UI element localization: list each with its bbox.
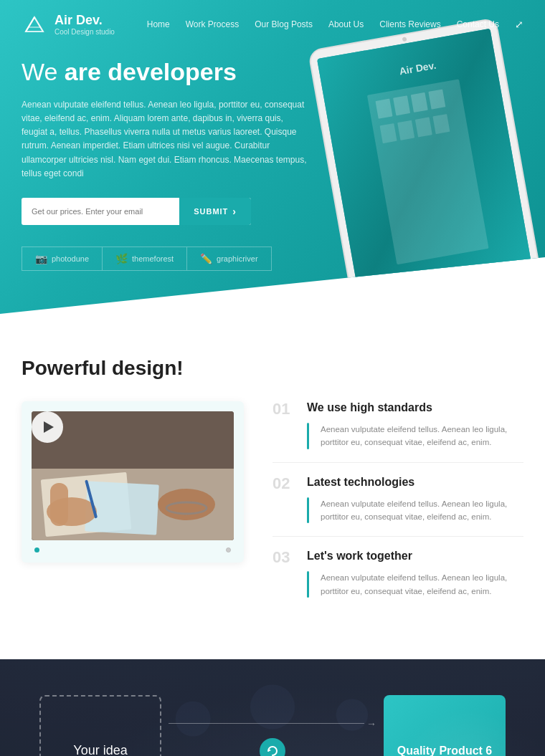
brand-graphicriver-label: graphicriver xyxy=(217,254,257,263)
svg-rect-11 xyxy=(428,90,445,110)
nav-reviews[interactable]: Clients Reviews xyxy=(379,19,440,29)
feature-3-title: Let's work together xyxy=(307,550,412,563)
submit-button[interactable]: SUBMIT xyxy=(179,198,251,225)
process-center-icon[interactable] xyxy=(260,738,285,756)
hero-section: Air Dev. Cool Design studio Home Work Pr… xyxy=(0,0,545,314)
feature-item-3: 03 Let's work together Aenean vulputate … xyxy=(272,550,523,611)
logo-icon xyxy=(22,11,47,37)
brand-themeforest: 🌿 themeforest xyxy=(102,247,186,271)
feature-3-number: 03 xyxy=(272,550,295,565)
brand-photodune: 📷 photodune xyxy=(22,247,102,271)
graphicriver-icon: ✏️ xyxy=(200,253,212,264)
brand-graphicriver: ✏️ graphicriver xyxy=(186,247,271,271)
tablet-svg: Air Dev. xyxy=(300,13,545,314)
share-icon[interactable]: ⤢ xyxy=(515,19,523,30)
feature-1-bar xyxy=(307,423,309,449)
feature-2-number: 02 xyxy=(272,476,295,492)
svg-rect-13 xyxy=(397,120,414,140)
nav-about[interactable]: About Us xyxy=(328,19,364,29)
feature-1-number: 01 xyxy=(272,401,295,417)
logo-subtitle: Cool Design studio xyxy=(54,28,115,36)
svg-rect-8 xyxy=(375,99,392,119)
video-card xyxy=(22,401,244,563)
product-label: Quality Product 6 xyxy=(397,745,492,756)
email-input[interactable] xyxy=(22,199,179,224)
main-nav: Home Work Process Our Blog Posts About U… xyxy=(147,19,523,30)
feature-3-desc: Aenean vulputate eleifend tellus. Aenean… xyxy=(321,571,523,598)
powerful-content: 01 We use high standards Aenean vulputat… xyxy=(22,401,523,623)
arrow-right-line xyxy=(169,723,364,724)
feature-1-title: We use high standards xyxy=(307,401,432,414)
idea-label: Your idea xyxy=(73,743,127,756)
dot-1[interactable] xyxy=(34,547,39,552)
svg-point-17 xyxy=(442,282,455,295)
svg-line-2 xyxy=(34,17,43,32)
refresh-icon xyxy=(267,745,278,756)
photodune-icon: 📷 xyxy=(35,253,47,264)
hero-title-bold: are developers xyxy=(65,58,237,85)
svg-rect-24 xyxy=(50,483,68,526)
process-flow: Your idea → ← xyxy=(39,695,506,756)
nav-work-process[interactable]: Work Process xyxy=(186,19,239,29)
dot-right xyxy=(226,547,231,552)
tablet-image: Air Dev. xyxy=(323,29,545,304)
email-form: SUBMIT xyxy=(22,198,251,225)
nav-contact[interactable]: Contact Us xyxy=(457,19,499,29)
svg-marker-0 xyxy=(26,17,43,32)
feature-1-desc: Aenean vulputate eleifend tellus. Aenean… xyxy=(321,423,523,449)
svg-rect-12 xyxy=(380,123,397,143)
video-thumbnail xyxy=(32,411,234,540)
hero-title-start: We xyxy=(22,58,65,85)
hero-description: Aenean vulputate eleifend tellus. Aenean… xyxy=(22,98,308,181)
logo: Air Dev. Cool Design studio xyxy=(22,11,115,37)
process-section: Your idea → ← xyxy=(0,659,545,756)
svg-line-1 xyxy=(26,17,34,32)
powerful-section: Powerful design! xyxy=(0,314,545,659)
idea-box: Your idea xyxy=(39,695,161,756)
svg-rect-15 xyxy=(432,114,450,134)
logo-name: Air Dev. xyxy=(54,13,115,29)
hero-content: We are developers Aenean vulputate eleif… xyxy=(22,57,308,271)
svg-rect-9 xyxy=(393,95,410,115)
features-list: 01 We use high standards Aenean vulputat… xyxy=(272,401,523,623)
feature-3-bar xyxy=(307,571,309,598)
arrow-right-row: → xyxy=(169,718,376,729)
product-box: Quality Product 6 xyxy=(384,695,506,756)
nav-home[interactable]: Home xyxy=(147,19,170,29)
svg-point-26 xyxy=(158,489,215,520)
nav-blog[interactable]: Our Blog Posts xyxy=(255,19,313,29)
play-button[interactable] xyxy=(32,411,63,443)
site-header: Air Dev. Cool Design studio Home Work Pr… xyxy=(0,0,545,49)
feature-item-2: 02 Latest technologies Aenean vulputate … xyxy=(272,476,523,537)
brand-photodune-label: photodune xyxy=(52,254,89,263)
powerful-title: Powerful design! xyxy=(22,357,523,380)
themeforest-icon: 🌿 xyxy=(115,253,128,264)
arrow-right-icon: → xyxy=(366,718,376,729)
hero-title: We are developers xyxy=(22,57,308,87)
svg-rect-10 xyxy=(411,92,428,113)
video-controls xyxy=(32,540,234,552)
feature-2-title: Latest technologies xyxy=(307,476,414,489)
flow-connector: → ← xyxy=(161,718,384,756)
svg-marker-32 xyxy=(268,749,271,752)
svg-rect-14 xyxy=(415,117,432,137)
feature-2-bar xyxy=(307,497,309,524)
feature-item-1: 01 We use high standards Aenean vulputat… xyxy=(272,401,523,463)
feature-2-desc: Aenean vulputate eleifend tellus. Aenean… xyxy=(321,497,523,524)
brand-list: 📷 photodune 🌿 themeforest ✏️ graphicrive… xyxy=(22,247,308,271)
brand-themeforest-label: themeforest xyxy=(132,254,174,263)
